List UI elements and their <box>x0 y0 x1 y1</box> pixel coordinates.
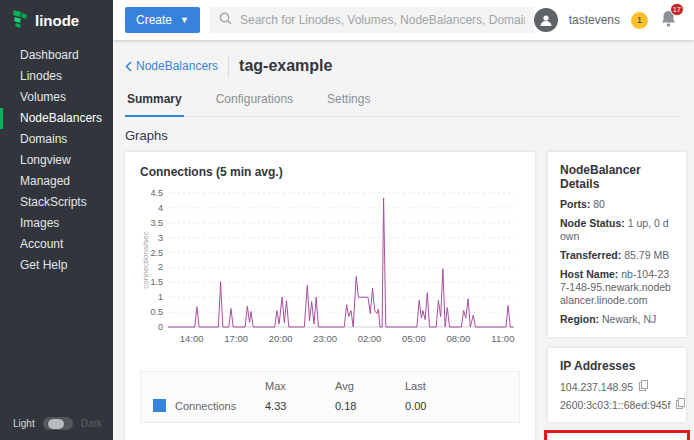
legend-col-last: Last <box>405 380 475 392</box>
svg-text:4.5: 4.5 <box>150 188 163 198</box>
detail-row-node-status: Node Status: 1 up, 0 down <box>560 217 674 243</box>
graphs-section-title: Graphs <box>125 128 694 143</box>
breadcrumb-divider <box>228 55 229 77</box>
tags-panel: Tags + Add New Tag <box>548 433 686 440</box>
summary-sidebar: NodeBalancer Details Ports: 80 Node Stat… <box>548 152 686 440</box>
search-icon <box>219 11 232 29</box>
sidebar-item-stackscripts[interactable]: StackScripts <box>0 192 113 213</box>
ip-row-v4: 104.237.148.95 <box>560 380 674 393</box>
tab-bar: Summary Configurations Settings <box>125 92 681 117</box>
user-events-badge[interactable]: 1 <box>631 12 648 29</box>
svg-text:2: 2 <box>158 262 163 272</box>
sidebar-item-volumes[interactable]: Volumes <box>0 87 113 108</box>
connections-graph-card: Connections (5 min avg.) 00.511.522.533.… <box>125 152 535 440</box>
connections-chart: 00.511.522.533.544.514:0017:0020:0023:00… <box>140 183 520 361</box>
svg-text:11:00: 11:00 <box>491 333 514 344</box>
legend-last-value: 0.00 <box>405 400 475 412</box>
nodebalancer-details-panel: NodeBalancer Details Ports: 80 Node Stat… <box>548 152 686 337</box>
search-input[interactable] <box>240 13 525 27</box>
svg-text:08:00: 08:00 <box>447 333 471 344</box>
tab-summary[interactable]: Summary <box>125 92 184 117</box>
svg-text:2.5: 2.5 <box>150 248 163 258</box>
main-content: NodeBalancers tag-example Summary Config… <box>113 40 694 440</box>
svg-text:05:00: 05:00 <box>402 333 426 344</box>
ip-panel-title: IP Addresses <box>560 359 674 373</box>
legend-max-value: 4.33 <box>265 400 335 412</box>
svg-text:20:00: 20:00 <box>269 333 293 344</box>
ipv4-address: 104.237.148.95 <box>560 381 633 393</box>
theme-toggle-row: Light Dark <box>13 417 102 430</box>
notifications-button[interactable]: 17 <box>659 9 678 32</box>
svg-text:02:00: 02:00 <box>358 333 382 344</box>
svg-text:14:00: 14:00 <box>180 333 204 344</box>
create-button[interactable]: Create ▼ <box>125 7 200 33</box>
theme-light-label: Light <box>13 418 35 429</box>
sidebar-item-nodebalancers[interactable]: NodeBalancers <box>0 108 113 129</box>
chevron-left-icon <box>125 61 132 72</box>
svg-text:4: 4 <box>158 203 163 213</box>
sidebar-item-longview[interactable]: Longview <box>0 150 113 171</box>
theme-dark-label: Dark <box>81 418 102 429</box>
sidebar-item-dashboard[interactable]: Dashboard <box>0 45 113 66</box>
linode-logo[interactable]: linode <box>0 0 113 40</box>
svg-text:0.5: 0.5 <box>150 307 163 317</box>
ipv6-address: 2600:3c03:1::68ed:945f <box>560 399 670 411</box>
create-button-label: Create <box>136 13 172 27</box>
detail-row-region: Region: Newark, NJ <box>560 313 674 326</box>
copy-icon[interactable] <box>676 398 685 411</box>
svg-text:3.5: 3.5 <box>150 218 163 228</box>
breadcrumb: NodeBalancers tag-example <box>125 55 694 77</box>
sidebar-item-managed[interactable]: Managed <box>0 171 113 192</box>
user-area: tastevens 1 17 <box>534 8 694 32</box>
tags-panel-wrapper: Tags + Add New Tag <box>548 433 686 440</box>
chevron-down-icon: ▼ <box>180 15 189 25</box>
page-title: tag-example <box>239 57 332 75</box>
sidebar-nav: Dashboard Linodes Volumes NodeBalancers … <box>0 45 113 276</box>
svg-text:3: 3 <box>158 233 163 243</box>
legend-avg-value: 0.18 <box>335 400 405 412</box>
svg-text:0: 0 <box>158 322 163 332</box>
top-header: Create ▼ tastevens 1 17 <box>113 0 694 40</box>
linode-logo-icon <box>12 9 29 32</box>
detail-row-host-name: Host Name: nb-104-237-148-95.newark.node… <box>560 268 674 307</box>
legend-col-avg: Avg <box>335 380 405 392</box>
tab-settings[interactable]: Settings <box>325 92 372 116</box>
avatar[interactable] <box>534 8 558 32</box>
logo-text: linode <box>35 12 79 29</box>
username[interactable]: tastevens <box>569 13 620 27</box>
svg-text:23:00: 23:00 <box>313 333 337 344</box>
legend-series-name[interactable]: Connections <box>175 400 236 412</box>
detail-row-transferred: Transferred: 85.79 MB <box>560 249 674 262</box>
tab-configurations[interactable]: Configurations <box>214 92 295 116</box>
copy-icon[interactable] <box>639 380 648 393</box>
sidebar-item-images[interactable]: Images <box>0 213 113 234</box>
sidebar-item-get-help[interactable]: Get Help <box>0 255 113 276</box>
svg-text:1.5: 1.5 <box>150 277 163 287</box>
theme-toggle-knob <box>48 419 64 429</box>
search-bar[interactable] <box>210 7 534 33</box>
ip-addresses-panel: IP Addresses 104.237.148.95 2600:3c03:1:… <box>548 348 686 422</box>
sidebar-item-account[interactable]: Account <box>0 234 113 255</box>
sidebar-item-linodes[interactable]: Linodes <box>0 66 113 87</box>
svg-text:1: 1 <box>158 292 163 302</box>
detail-row-ports: Ports: 80 <box>560 198 674 211</box>
details-panel-title: NodeBalancer Details <box>560 163 674 191</box>
svg-text:connections/sec: connections/sec <box>141 231 150 288</box>
notification-count-badge: 17 <box>670 3 684 16</box>
chart-legend: Max Avg Last Connections 4.33 0.18 0.00 <box>140 371 520 423</box>
svg-text:17:00: 17:00 <box>224 333 248 344</box>
legend-col-max: Max <box>265 380 335 392</box>
theme-toggle[interactable] <box>43 417 73 430</box>
legend-swatch <box>153 399 166 412</box>
sidebar: linode Dashboard Linodes Volumes NodeBal… <box>0 0 113 440</box>
breadcrumb-back-label: NodeBalancers <box>136 59 218 73</box>
chart-title: Connections (5 min avg.) <box>140 165 520 179</box>
sidebar-item-domains[interactable]: Domains <box>0 129 113 150</box>
ip-row-v6: 2600:3c03:1::68ed:945f <box>560 398 674 411</box>
breadcrumb-back-link[interactable]: NodeBalancers <box>125 59 218 73</box>
